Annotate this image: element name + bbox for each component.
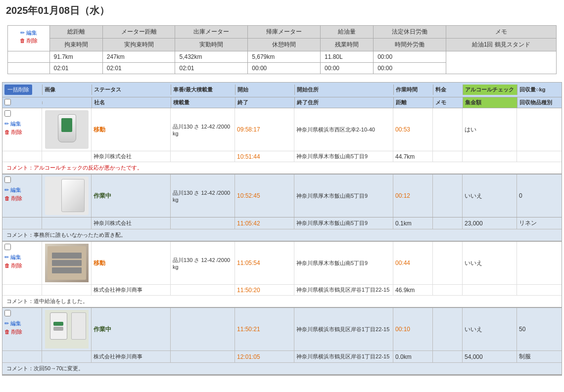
record-4-status: 作業中 [92,308,171,350]
record-3-collection-amount [463,285,517,295]
record-1-edit[interactable]: ✏ 編集 [4,120,40,128]
col-out-meter: 出庫メーター [175,26,248,39]
record-group-4: ✏ 編集 🗑 削除 作業中 11:50:21 神奈川県横浜市鶴見区岸谷1丁目22… [2,308,562,375]
col-memo: メモ [446,26,556,39]
val-overtime: 00:00 [321,63,374,74]
record-3-alcohol: いいえ [463,242,517,284]
record-4-load [171,351,235,362]
record-3-work-time: 00:44 [393,242,433,284]
record-2-checkbox[interactable] [4,176,11,183]
record-group-3: ✏ 編集 🗑 削除 移動 品川130 さ 12-42 /2000 kg 11:0… [2,242,562,308]
subheader-memo: メモ [433,97,463,108]
record-1-work-time: 00:53 [393,108,433,151]
record-1-addr-start: 神奈川県横浜市西区北幸2-10-40 [294,108,393,151]
val-actual-work: 02:01 [175,63,248,74]
val-fuel: 11.80L [321,51,374,63]
record-4-img-device [45,310,89,348]
col-meter-dist: メーター距離 [102,26,175,39]
record-3-del[interactable]: 🗑 削除 [4,262,40,269]
record-2-status: 作業中 [92,174,171,217]
record-4-edit[interactable]: ✏ 編集 [4,320,40,327]
record-3-image [42,242,92,284]
record-3-comment: コメント：道中給油をしました。 [2,296,562,307]
summary-del-link[interactable]: 🗑 削除 [11,37,46,44]
record-4-distance: 0.0km [393,351,433,362]
header-work-time: 作業時間 [393,85,433,95]
record-group-2: ✏ 編集 🗑 削除 作業中 品川130 さ 12-42 /2000 kg 10:… [2,174,562,242]
record-1-vehicle: 品川130 さ 12-42 /2000 kg [171,108,235,151]
col-in-meter: 帰庫メーター [248,26,321,39]
record-4-actions: ✏ 編集 🗑 削除 [2,308,42,350]
record-2-time-end: 11:05:42 [235,218,294,229]
col-actual-restraint: 実拘束時間 [102,39,175,51]
record-1-time-start: 09:58:17 [235,108,294,151]
val-break: 00:00 [248,63,321,74]
col-actual-work: 実勤時間 [175,39,248,51]
record-3-distance: 46.9km [393,285,433,295]
bulk-delete-button[interactable]: 一括削除 [4,85,32,95]
record-2-fee [433,174,463,217]
record-4-time-end: 12:01:05 [235,351,294,362]
record-4-collection-type: 制服 [517,351,562,362]
record-2-img-device [45,176,89,215]
summary-table: ✏ 編集 🗑 削除 総距離 メーター距離 出庫メーター 帰庫メーター 給油量 法… [7,25,556,74]
col-extra-hour: 時間外労働 [374,39,446,51]
record-4-alcohol: いいえ [463,308,517,350]
record-1-alcohol: はい [463,108,517,151]
record-3-edit[interactable]: ✏ 編集 [4,254,40,261]
record-4-fee [433,308,463,350]
record-1-collection-amount [463,151,517,162]
record-2-addr-start: 神奈川県厚木市飯山南5丁目9 [294,174,393,217]
record-2-actions: ✏ 編集 🗑 削除 [2,174,42,217]
val-actual-restraint: 02:01 [102,63,175,74]
record-3-checkbox[interactable] [4,244,11,250]
record-list: 一括削除 画像 ステータス 車番/最大積載量 開始 開始住所 作業時間 料金 ア… [2,82,562,376]
record-4-del[interactable]: 🗑 削除 [4,328,40,336]
summary-edit-link[interactable]: ✏ 編集 [11,29,46,37]
subheader-collection-type: 回収物品種別 [517,97,562,108]
record-group-1: ✏ 編集 🗑 削除 移動 品川130 さ 12-42 /2000 kg 09:5… [2,108,562,174]
record-4-image [42,308,92,350]
record-1-del[interactable]: 🗑 削除 [4,129,40,136]
col-memo2: 給油1回 鶴見スタンド [446,39,556,51]
record-1-memo [433,151,463,162]
bulk-delete-btn[interactable]: 一括削除 [2,83,42,97]
select-all-checkbox[interactable] [4,99,11,105]
summary-actions: ✏ 編集 🗑 削除 [10,28,47,46]
col-fuel: 給油量 [321,26,374,39]
header-addr-start: 開始住所 [294,85,393,95]
record-1-checkbox[interactable] [4,110,11,117]
record-3-time-start: 11:05:54 [235,242,294,284]
record-2-work-time: 00:12 [393,174,433,217]
header-collection: 回収量○kg [517,85,562,95]
record-2-del[interactable]: 🗑 削除 [4,195,40,202]
record-2-comment: コメント：事務所に誰もいなかったため置き配。 [2,229,562,241]
record-4-checkbox[interactable] [4,310,11,316]
record-1-comment: コメント：アルコールチェックの反応が悪かったです。 [2,162,562,174]
record-4-company: 株式会社神奈川商事 [92,351,171,362]
header-image: 画像 [42,85,92,95]
val-out-meter: 5,432km [175,51,248,63]
subheader-addr-end: 終了住所 [294,97,393,108]
record-2-distance: 0.1km [393,218,433,229]
record-1-actions: ✏ 編集 🗑 削除 [2,108,42,151]
record-2-addr-end: 神奈川県厚木市飯山南5丁目9 [294,218,393,229]
record-1-collection [517,108,562,151]
record-4-comment: コメント：次回50→70に変更。 [2,363,562,374]
record-4-work-time: 00:10 [393,308,433,350]
record-3-addr-start: 神奈川県厚木市飯山南5丁目9 [294,242,393,284]
record-2-alcohol: いいえ [463,174,517,217]
record-2-vehicle: 品川130 さ 12-42 /2000 kg [171,174,235,217]
record-4-collection-amount: 54,000 [463,351,517,362]
record-1-distance: 44.7km [393,151,433,162]
record-2-edit[interactable]: ✏ 編集 [4,186,40,194]
val-extra-hour: 00:00 [374,63,446,74]
record-2-image [42,174,92,217]
col-total-dist: 総距離 [49,26,102,39]
record-2-time-start: 10:52:45 [235,174,294,217]
record-4-addr-start: 神奈川県横浜市鶴見区岸谷1丁目22-15 [294,308,393,350]
val-in-meter: 5,679km [248,51,321,63]
record-2-company: 神奈川株式会社 [92,218,171,229]
record-3-memo [433,285,463,295]
record-1-company: 神奈川株式会社 [92,151,171,162]
